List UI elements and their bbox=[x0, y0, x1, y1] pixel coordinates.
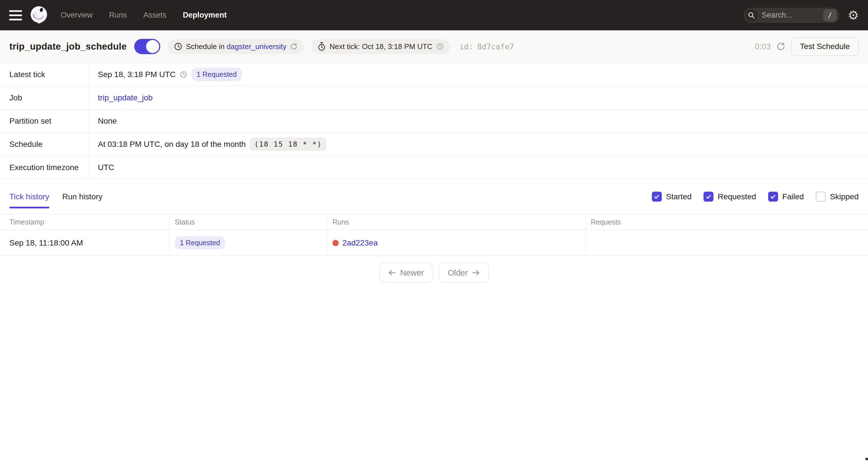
detail-label: Latest tick bbox=[0, 63, 89, 86]
refresh-countdown-icon[interactable] bbox=[776, 42, 785, 51]
timezone-clock-icon[interactable] bbox=[180, 71, 187, 78]
checkbox-unchecked-icon[interactable] bbox=[816, 192, 826, 202]
detail-label: Job bbox=[0, 86, 89, 109]
settings-gear-icon[interactable]: ⚙ bbox=[848, 9, 859, 22]
detail-label: Execution timezone bbox=[0, 156, 89, 179]
schedule-details: Latest tick Sep 18, 3:18 PM UTC 1 Reques… bbox=[0, 63, 868, 179]
top-nav: Overview Runs Assets Deployment / ⚙ bbox=[0, 0, 868, 30]
filter-skipped[interactable]: Skipped bbox=[816, 192, 859, 202]
status-filters: Started Requested Failed Skipped bbox=[652, 192, 859, 202]
filter-label: Failed bbox=[782, 192, 804, 201]
checkbox-checked-icon[interactable] bbox=[768, 192, 778, 202]
run-link[interactable]: 2ad223ea bbox=[342, 238, 378, 248]
older-label: Older bbox=[447, 268, 468, 277]
id-value: 8d7cafe7 bbox=[477, 42, 514, 51]
detail-label: Schedule bbox=[0, 133, 89, 156]
filter-failed[interactable]: Failed bbox=[768, 192, 804, 202]
search-shortcut-badge: / bbox=[824, 9, 837, 21]
search-input[interactable] bbox=[762, 11, 819, 20]
nav-item-deployment[interactable]: Deployment bbox=[183, 11, 227, 20]
schedule-id: id: 8d7cafe7 bbox=[460, 42, 514, 51]
schedule-location-pill: Schedule in dagster_university bbox=[168, 39, 304, 54]
partition-set-value: None bbox=[98, 117, 117, 126]
refresh-countdown: 0:03 bbox=[755, 42, 771, 51]
job-link[interactable]: trip_update_job bbox=[98, 93, 153, 102]
search-bar[interactable]: / bbox=[743, 8, 839, 23]
checkbox-checked-icon[interactable] bbox=[704, 192, 713, 202]
timezone-clock-icon[interactable] bbox=[436, 43, 444, 50]
column-header-requests: Requests bbox=[586, 215, 868, 230]
column-header-runs: Runs bbox=[327, 215, 586, 230]
detail-row-latest-tick: Latest tick Sep 18, 3:18 PM UTC 1 Reques… bbox=[0, 63, 868, 86]
older-button[interactable]: Older bbox=[439, 263, 489, 283]
newer-button[interactable]: Newer bbox=[379, 263, 433, 283]
schedule-description: At 03:18 PM UTC, on day 18 of the month bbox=[98, 140, 246, 149]
filter-started[interactable]: Started bbox=[652, 192, 691, 202]
column-header-status: Status bbox=[169, 215, 327, 230]
scrollbar-corner bbox=[865, 458, 868, 460]
column-header-timestamp: Timestamp bbox=[0, 215, 169, 230]
newer-label: Newer bbox=[400, 268, 424, 277]
cron-expression-chip: (18 15 18 * *) bbox=[250, 137, 326, 151]
nav-item-assets[interactable]: Assets bbox=[144, 11, 166, 20]
latest-tick-value: Sep 18, 3:18 PM UTC bbox=[98, 70, 176, 79]
detail-row-schedule: Schedule At 03:18 PM UTC, on day 18 of t… bbox=[0, 133, 868, 156]
stopwatch-icon bbox=[317, 42, 326, 51]
pagination: Newer Older bbox=[0, 263, 868, 283]
checkbox-checked-icon[interactable] bbox=[652, 192, 662, 202]
refresh-icon[interactable] bbox=[290, 43, 298, 50]
filter-label: Skipped bbox=[830, 192, 859, 201]
tab-run-history[interactable]: Run history bbox=[62, 179, 103, 214]
nav-item-overview[interactable]: Overview bbox=[61, 11, 93, 20]
detail-label: Partition set bbox=[0, 109, 89, 132]
filter-label: Started bbox=[666, 192, 691, 201]
detail-row-partition-set: Partition set None bbox=[0, 109, 868, 133]
schedule-location-text: Schedule in dagster_university bbox=[186, 42, 286, 51]
clock-icon bbox=[174, 42, 182, 51]
status-badge[interactable]: 1 Requested bbox=[175, 236, 225, 250]
table-row: Sep 18, 11:18:00 AM 1 Requested 2ad223ea bbox=[0, 230, 868, 256]
nav-links: Overview Runs Assets Deployment bbox=[61, 11, 227, 20]
filter-label: Requested bbox=[718, 192, 756, 201]
hamburger-menu-icon[interactable] bbox=[9, 10, 22, 21]
run-failed-dot-icon bbox=[333, 240, 339, 246]
table-header-row: Timestamp Status Runs Requests bbox=[0, 215, 868, 230]
tick-history-table: Timestamp Status Runs Requests Sep 18, 1… bbox=[0, 214, 868, 256]
tab-tick-history[interactable]: Tick history bbox=[9, 179, 49, 214]
nav-item-runs[interactable]: Runs bbox=[109, 11, 127, 20]
dagster-logo-icon[interactable] bbox=[30, 6, 48, 24]
test-schedule-button[interactable]: Test Schedule bbox=[791, 37, 859, 56]
search-icon bbox=[745, 9, 758, 22]
next-tick-pill: Next tick: Oct 18, 3:18 PM UTC bbox=[311, 39, 450, 54]
code-location-link[interactable]: dagster_university bbox=[227, 42, 286, 51]
tick-timestamp: Sep 18, 11:18:00 AM bbox=[0, 230, 169, 256]
next-tick-text: Next tick: Oct 18, 3:18 PM UTC bbox=[330, 42, 433, 51]
detail-row-job: Job trip_update_job bbox=[0, 86, 868, 109]
timezone-value: UTC bbox=[98, 163, 114, 172]
status-badge: 1 Requested bbox=[191, 68, 242, 81]
filter-requested[interactable]: Requested bbox=[704, 192, 756, 202]
detail-row-execution-timezone: Execution timezone UTC bbox=[0, 156, 868, 179]
history-tabs-row: Tick history Run history Started Request… bbox=[0, 179, 868, 214]
toggle-knob bbox=[146, 40, 159, 53]
schedule-enabled-toggle[interactable] bbox=[134, 39, 160, 54]
id-label: id: bbox=[460, 42, 473, 51]
page-title: trip_update_job_schedule bbox=[9, 41, 127, 52]
arrow-left-icon bbox=[388, 269, 396, 276]
schedule-header: trip_update_job_schedule Schedule in dag… bbox=[0, 30, 868, 63]
tick-requests bbox=[586, 230, 868, 256]
arrow-right-icon bbox=[472, 269, 480, 276]
